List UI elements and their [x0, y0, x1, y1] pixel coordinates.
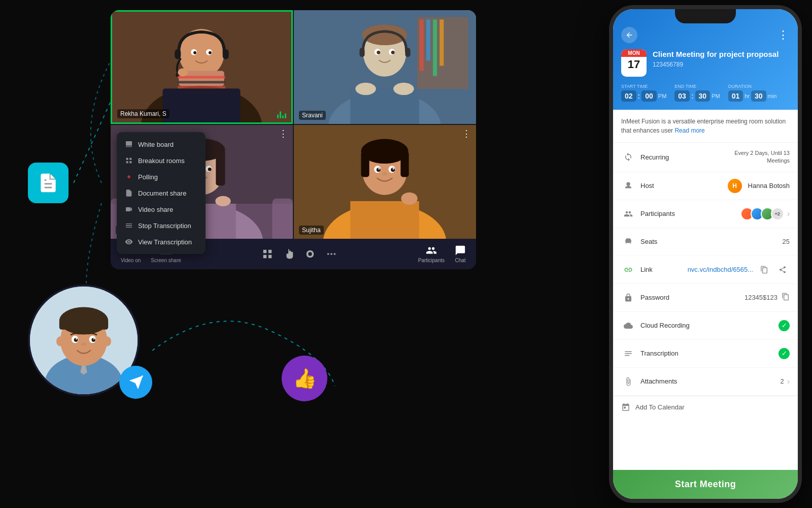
end-minute: 30 — [695, 90, 710, 102]
svg-point-86 — [382, 172, 387, 175]
host-icon — [621, 179, 635, 193]
transcription-row: Transcription ✓ — [613, 340, 798, 368]
send-icon — [119, 366, 152, 399]
calendar-day: 17 — [628, 57, 640, 73]
screen-share-label: Screen share — [151, 258, 181, 263]
participants-button[interactable]: Participants — [418, 245, 445, 263]
participants-label: Participants — [640, 210, 740, 217]
link-value: nvc.vc/indbchd/6565... — [688, 266, 753, 273]
svg-point-36 — [178, 68, 188, 76]
recurring-label: Recurring — [640, 153, 724, 161]
cell-options-4[interactable]: ⋮ — [462, 129, 471, 138]
description-section: InMeet Fusion is a versatile enterprise … — [613, 110, 798, 143]
svg-rect-77 — [361, 151, 369, 177]
svg-point-88 — [309, 252, 312, 256]
svg-rect-48 — [359, 48, 364, 57]
svg-point-92 — [127, 175, 130, 178]
link-icon — [621, 263, 635, 277]
start-minute: 00 — [641, 90, 657, 102]
context-menu: White board Breakout rooms Polling Docum… — [117, 132, 206, 254]
participants-icon — [621, 207, 635, 221]
attachments-value: 2 — [780, 377, 784, 385]
svg-point-32 — [209, 51, 212, 54]
attachments-row[interactable]: Attachments 2 › — [613, 368, 798, 396]
thumbs-up-icon: 👍 — [282, 356, 327, 401]
cloud-recording-label: Cloud Recording — [640, 322, 779, 329]
copy-link-button[interactable] — [757, 263, 771, 277]
add-to-calendar-row[interactable]: Add To Calendar — [613, 396, 798, 419]
password-label: Password — [640, 294, 745, 301]
phone-header: ⋮ Mon 17 Client Meeting for project prop… — [613, 9, 798, 110]
more-options-button[interactable] — [326, 248, 337, 260]
menu-breakout[interactable]: Breakout rooms — [117, 152, 206, 169]
chat-label: Chat — [455, 258, 465, 263]
host-row: Host H Hanna Botosh — [613, 172, 798, 200]
phone-content[interactable]: InMeet Fusion is a versatile enterprise … — [613, 110, 798, 470]
end-hour: 03 — [674, 90, 690, 102]
end-time-label: End Time — [674, 84, 720, 89]
cloud-recording-check: ✓ — [779, 320, 790, 331]
menu-videoshare[interactable]: Video share — [117, 201, 206, 217]
grid-view-button[interactable] — [262, 248, 273, 260]
start-time-label: Start Time — [621, 84, 666, 89]
svg-rect-27 — [223, 49, 229, 59]
host-label: Host — [640, 182, 728, 189]
menu-whiteboard[interactable]: White board — [117, 136, 206, 152]
svg-rect-43 — [439, 19, 444, 66]
meeting-id: 123456789 — [653, 61, 790, 68]
menu-docshare-label: Document share — [138, 189, 186, 197]
menu-polling[interactable]: Polling — [117, 169, 206, 185]
svg-point-85 — [401, 193, 417, 205]
menu-docshare[interactable]: Document share — [117, 185, 206, 201]
password-row: Password 12345$123 — [613, 284, 798, 312]
svg-rect-40 — [420, 19, 424, 71]
svg-rect-65 — [216, 150, 225, 186]
calendar-month: Mon — [621, 49, 647, 57]
svg-rect-25 — [162, 88, 240, 122]
video-on-label: Video on — [121, 258, 141, 263]
svg-point-53 — [391, 51, 395, 54]
more-options-phone-button[interactable]: ⋮ — [777, 28, 790, 42]
cell-options-3[interactable]: ⋮ — [279, 129, 288, 138]
phone-bottom: Start Meeting — [613, 470, 798, 499]
record-button[interactable] — [304, 248, 316, 260]
svg-rect-35 — [178, 86, 225, 88]
start-meeting-button[interactable]: Start Meeting — [613, 470, 798, 499]
participants-chevron[interactable]: › — [787, 209, 790, 218]
participants-row[interactable]: Participants +2 › — [613, 200, 798, 228]
copy-password-button[interactable] — [782, 293, 790, 303]
cloud-recording-icon — [621, 319, 635, 333]
svg-point-54 — [355, 83, 376, 95]
participants-label: Participants — [418, 258, 445, 263]
menu-view-transcription[interactable]: View Transcription — [117, 234, 206, 250]
participants-avatars: +2 — [740, 207, 784, 220]
menu-stop-transcription[interactable]: Stop Transcription — [117, 217, 206, 234]
menu-stop-transcription-label: Stop Transcription — [138, 222, 191, 230]
attachments-chevron[interactable]: › — [787, 377, 790, 386]
svg-point-83 — [378, 168, 380, 170]
link-actions: nvc.vc/indbchd/6565... — [688, 263, 790, 277]
read-more-link[interactable]: Read more — [674, 127, 704, 134]
svg-point-18 — [81, 343, 86, 346]
svg-point-71 — [215, 196, 230, 206]
menu-view-transcription-label: View Transcription — [138, 238, 192, 246]
duration-label: Duration — [728, 84, 777, 89]
svg-rect-34 — [178, 81, 225, 83]
menu-whiteboard-label: White board — [138, 141, 174, 148]
back-button[interactable] — [621, 27, 637, 43]
password-value: 12345$123 — [745, 294, 777, 301]
share-link-button[interactable] — [775, 263, 790, 277]
audio-wave-1 — [277, 111, 286, 118]
recurring-row: Recurring Every 2 Days, Until 13 Meeting… — [613, 143, 798, 172]
time-row: Start Time 02 : 00 PM End Time 03 : 30 P… — [621, 84, 790, 102]
duration-minutes: 30 — [751, 90, 766, 102]
svg-point-55 — [393, 83, 414, 95]
svg-point-16 — [76, 338, 77, 340]
attachments-label: Attachments — [640, 377, 780, 385]
participant-name-2: Sravani — [299, 111, 326, 120]
transcription-check: ✓ — [779, 348, 790, 359]
seats-label: Seats — [640, 238, 783, 245]
chat-button[interactable]: Chat — [455, 245, 466, 263]
raise-hand-button[interactable] — [283, 248, 294, 260]
svg-point-52 — [377, 51, 380, 54]
